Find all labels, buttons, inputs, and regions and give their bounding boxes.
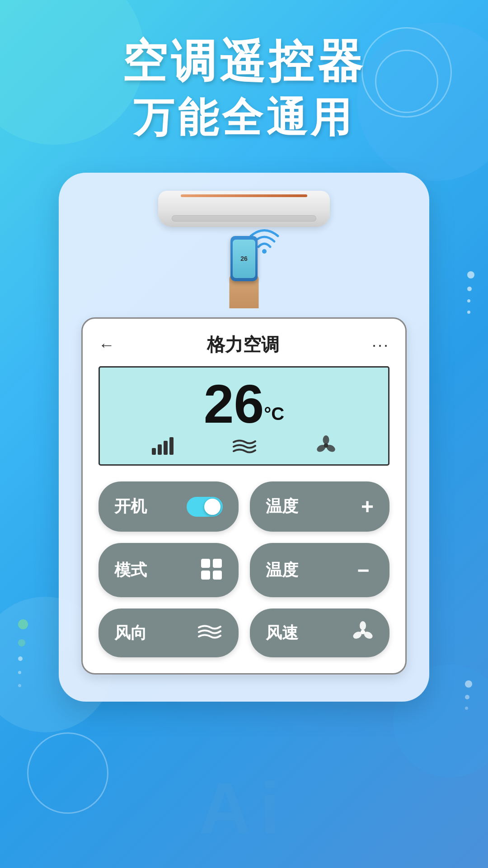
remote-brand-label: 格力空调 bbox=[207, 332, 279, 357]
svg-point-14 bbox=[360, 621, 366, 630]
temperature-unit: °C bbox=[264, 404, 284, 424]
main-title: 空调遥控器 bbox=[122, 36, 366, 86]
signal-bars-icon bbox=[152, 437, 174, 457]
mode-button[interactable]: 模式 bbox=[99, 543, 239, 597]
title-section: 空调遥控器 万能全通用 bbox=[122, 36, 366, 146]
lcd-display: 26°C bbox=[99, 366, 389, 466]
wind-speed-label: 风速 bbox=[266, 622, 298, 644]
wind-speed-fan-icon bbox=[352, 621, 374, 645]
temperature-display: 26°C bbox=[113, 377, 375, 431]
phone-wifi-section: 26 bbox=[81, 236, 407, 308]
power-button[interactable]: 开机 bbox=[99, 481, 239, 532]
back-button[interactable]: ← bbox=[99, 335, 115, 354]
temp-down-label: 温度 bbox=[266, 559, 298, 581]
ac-unit-illustration bbox=[81, 191, 407, 227]
svg-rect-3 bbox=[164, 441, 168, 455]
temp-up-button[interactable]: 温度 + bbox=[250, 481, 390, 532]
mode-grid-icon bbox=[200, 558, 223, 582]
sub-title: 万能全通用 bbox=[122, 90, 366, 146]
more-options-button[interactable]: ··· bbox=[372, 335, 389, 354]
svg-rect-9 bbox=[201, 559, 210, 568]
power-label: 开机 bbox=[114, 495, 147, 518]
ac-top-line bbox=[181, 194, 307, 197]
ac-vent bbox=[172, 215, 316, 222]
svg-rect-10 bbox=[213, 559, 222, 568]
ai-label: Ai bbox=[199, 767, 289, 850]
temp-up-icon: + bbox=[361, 494, 374, 519]
svg-point-0 bbox=[262, 249, 267, 254]
svg-rect-2 bbox=[158, 444, 162, 455]
wind-direction-label: 风向 bbox=[114, 622, 147, 644]
mini-phone-screen: 26 bbox=[233, 240, 255, 278]
remote-header: ← 格力空调 ··· bbox=[99, 332, 389, 357]
ac-body bbox=[158, 191, 330, 227]
svg-point-6 bbox=[323, 435, 329, 444]
temp-down-button[interactable]: 温度 － bbox=[250, 543, 390, 597]
temperature-value: 26 bbox=[204, 373, 264, 434]
mini-phone: 26 bbox=[230, 236, 258, 281]
wind-icon bbox=[233, 437, 258, 457]
wind-direction-icon bbox=[198, 623, 223, 643]
temp-down-icon: － bbox=[352, 556, 374, 585]
control-buttons-grid: 开机 温度 + 模式 bbox=[99, 481, 389, 657]
temp-up-label: 温度 bbox=[266, 495, 298, 518]
phone-hand: 26 bbox=[215, 236, 273, 308]
wind-speed-button[interactable]: 风速 bbox=[250, 609, 390, 657]
remote-card: 26 ← 格力空调 ··· 26°C bbox=[59, 173, 429, 702]
fan-icon bbox=[316, 435, 336, 458]
remote-control-ui: ← 格力空调 ··· 26°C bbox=[81, 317, 407, 675]
svg-rect-11 bbox=[201, 571, 210, 580]
wind-direction-button[interactable]: 风向 bbox=[99, 609, 239, 657]
toggle-knob bbox=[204, 499, 221, 515]
svg-rect-12 bbox=[213, 571, 222, 580]
svg-rect-1 bbox=[152, 448, 156, 455]
svg-rect-4 bbox=[169, 437, 174, 455]
power-toggle[interactable] bbox=[187, 497, 223, 517]
lcd-status-icons bbox=[113, 435, 375, 458]
mode-label: 模式 bbox=[114, 559, 147, 581]
